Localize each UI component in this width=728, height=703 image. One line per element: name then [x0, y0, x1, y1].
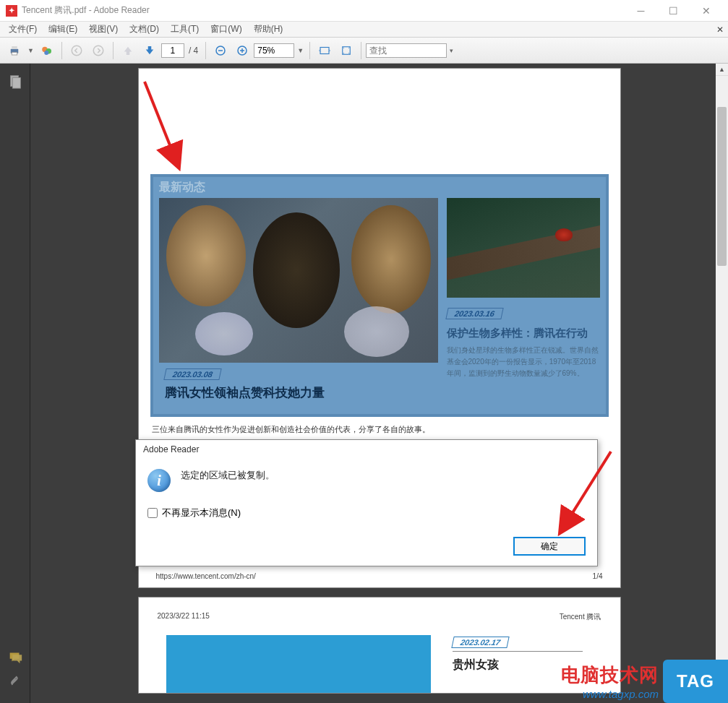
- page2-date: 2023.02.17: [451, 637, 509, 648]
- article-main-date: 2023.03.08: [163, 368, 221, 380]
- fit-page-button[interactable]: [336, 40, 356, 61]
- separator: [309, 42, 310, 59]
- page2-header-right: Tencent 腾讯: [560, 612, 601, 622]
- page-total-label: / 4: [186, 46, 201, 56]
- separator: [205, 42, 206, 59]
- dialog-title: Adobe Reader: [136, 440, 597, 459]
- article-side-title: 保护生物多样性：腾讯在行动: [447, 322, 600, 345]
- news-block: 最新动态 2023.03.08 腾讯女性领袖点赞科技她力量: [150, 174, 609, 417]
- menubar: 文件(F) 编辑(E) 视图(V) 文档(D) 工具(T) 窗口(W) 帮助(H…: [0, 22, 728, 38]
- titlebar: ✦ Tencent 腾讯.pdf - Adobe Reader ─ ☐ ✕: [0, 0, 728, 22]
- print-dropdown-icon[interactable]: ▼: [26, 47, 35, 54]
- main-area: 最新动态 2023.03.08 腾讯女性领袖点赞科技她力量: [0, 64, 728, 703]
- print-button[interactable]: [4, 40, 25, 61]
- article-side-date: 2023.03.16: [445, 308, 503, 319]
- nav-forward-button[interactable]: [88, 40, 108, 61]
- document-area[interactable]: 最新动态 2023.03.08 腾讯女性领袖点赞科技她力量: [30, 64, 728, 703]
- app-icon: ✦: [6, 5, 17, 17]
- zoom-select[interactable]: [254, 43, 294, 58]
- email-button[interactable]: [37, 40, 57, 61]
- close-button[interactable]: ✕: [690, 1, 722, 21]
- svg-point-7: [93, 46, 103, 56]
- pages-panel-icon[interactable]: [7, 74, 23, 90]
- page-up-button[interactable]: [118, 40, 138, 61]
- page2-image: [166, 635, 431, 693]
- page-footer: https://www.tencent.com/zh-cn/ 1/4: [139, 572, 620, 580]
- page2-title: 贵州女孩: [453, 657, 601, 673]
- article-main-title: 腾讯女性领袖点赞科技她力量: [159, 383, 438, 405]
- dont-show-checkbox[interactable]: [147, 508, 158, 518]
- attachments-panel-icon[interactable]: [7, 676, 23, 691]
- comments-panel-icon[interactable]: [7, 650, 23, 665]
- toolbar: ▼ / 4 ▼ ▾: [0, 38, 728, 64]
- svg-rect-2: [12, 52, 17, 55]
- zoom-out-button[interactable]: [210, 40, 231, 61]
- menu-window[interactable]: 窗口(W): [205, 22, 247, 37]
- scroll-thumb[interactable]: [717, 107, 727, 266]
- article-main-subtitle: 三位来自腾讯的女性作为促进创新和创造社会价值的代表，分享了各自的故事。: [139, 417, 620, 435]
- article-side-desc: 我们身处星球的生物多样性正在锐减。世界自然基金会2020年的一份报告显示，197…: [447, 345, 600, 379]
- menu-document[interactable]: 文档(D): [124, 22, 165, 37]
- fit-width-button[interactable]: [314, 40, 335, 61]
- separator: [61, 42, 62, 59]
- menu-file[interactable]: 文件(F): [3, 22, 43, 37]
- menu-edit[interactable]: 编辑(E): [43, 22, 83, 37]
- menu-help[interactable]: 帮助(H): [248, 22, 289, 37]
- article-side-image: [447, 198, 600, 298]
- svg-rect-1: [12, 46, 17, 49]
- search-input[interactable]: [366, 43, 447, 58]
- article-main-image: [159, 198, 438, 363]
- window-controls: ─ ☐ ✕: [625, 1, 722, 21]
- footer-page-number: 1/4: [593, 572, 603, 580]
- section-header: 最新动态: [153, 177, 606, 195]
- maximize-button[interactable]: ☐: [657, 1, 690, 21]
- nav-back-button[interactable]: [67, 40, 87, 61]
- ok-button[interactable]: 确定: [513, 537, 586, 556]
- zoom-in-button[interactable]: [232, 40, 252, 61]
- svg-rect-13: [320, 47, 329, 53]
- document-close-icon[interactable]: ✕: [716, 25, 724, 35]
- info-icon: i: [147, 469, 171, 492]
- menu-tools[interactable]: 工具(T): [165, 22, 205, 37]
- vertical-scrollbar[interactable]: ▲: [716, 64, 728, 703]
- page-number-input[interactable]: [161, 43, 184, 58]
- menu-view[interactable]: 视图(V): [83, 22, 124, 37]
- pdf-page-2: 2023/3/22 11:15 Tencent 腾讯 2023.02.17 贵州…: [138, 597, 621, 694]
- zoom-dropdown-icon[interactable]: ▼: [296, 47, 305, 54]
- svg-rect-16: [12, 78, 20, 89]
- scroll-up-icon[interactable]: ▲: [716, 64, 728, 76]
- dialog-message: 选定的区域已被复制。: [181, 469, 275, 482]
- article-main: 2023.03.08 腾讯女性领袖点赞科技她力量: [159, 198, 438, 405]
- page2-header-left: 2023/3/22 11:15: [158, 612, 210, 622]
- svg-point-6: [72, 46, 82, 56]
- dont-show-label: 不再显示本消息(N): [162, 506, 241, 519]
- page-down-button[interactable]: [140, 40, 160, 61]
- separator: [361, 42, 361, 59]
- sidebar: [0, 64, 30, 703]
- article-side: 2023.03.16 保护生物多样性：腾讯在行动 我们身处星球的生物多样性正在锐…: [447, 198, 600, 405]
- search-dropdown-icon[interactable]: ▾: [448, 47, 455, 54]
- separator: [113, 42, 114, 59]
- svg-point-5: [44, 51, 48, 55]
- copy-dialog: Adobe Reader i 选定的区域已被复制。 不再显示本消息(N) 确定: [135, 439, 598, 566]
- minimize-button[interactable]: ─: [625, 1, 657, 21]
- dialog-checkbox-row: 不再显示本消息(N): [136, 498, 597, 531]
- footer-url: https://www.tencent.com/zh-cn/: [156, 572, 256, 580]
- window-title: Tencent 腾讯.pdf - Adobe Reader: [22, 4, 625, 17]
